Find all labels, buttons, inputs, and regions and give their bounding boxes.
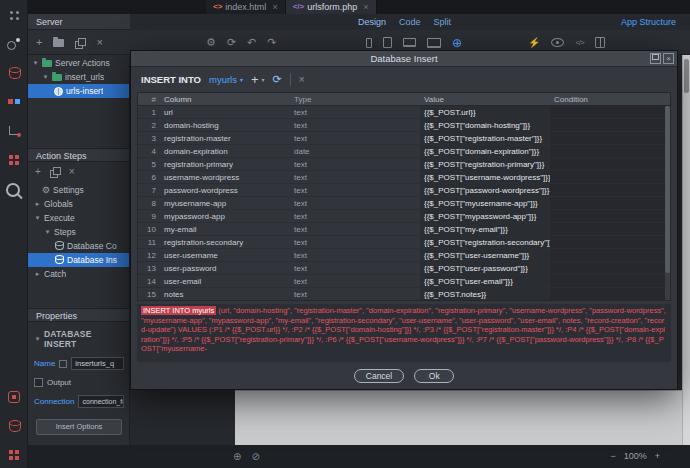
dock-database-manager-icon[interactable] bbox=[7, 419, 21, 433]
add-icon[interactable] bbox=[36, 37, 42, 48]
scrollbar-thumb[interactable] bbox=[684, 59, 689, 93]
add-element-icon[interactable] bbox=[233, 451, 241, 462]
refresh-columns-icon[interactable] bbox=[273, 73, 282, 86]
view-mode-code[interactable]: Code bbox=[399, 17, 421, 27]
tree-item-urls-insert[interactable]: urls-insert bbox=[28, 84, 129, 98]
responsive-crosshair-icon[interactable] bbox=[452, 36, 462, 50]
connection-select[interactable]: connection_for_urls bbox=[78, 395, 124, 408]
docs-book-icon[interactable] bbox=[595, 37, 605, 48]
binding-icon[interactable] bbox=[59, 360, 67, 368]
view-mode-design[interactable]: Design bbox=[358, 17, 386, 27]
copy-icon[interactable] bbox=[75, 38, 85, 48]
table-row[interactable]: 9mypassword-apptext{{$_POST["mypassword-… bbox=[138, 210, 670, 223]
table-row[interactable]: 1urltext{{$_POST.url}} bbox=[138, 106, 670, 119]
table-row[interactable]: 5registration-primarytext{{$_POST["regis… bbox=[138, 158, 670, 171]
close-icon[interactable] bbox=[663, 53, 674, 64]
table-row[interactable]: 6username-wordpresstext{{$_POST["usernam… bbox=[138, 171, 670, 184]
chevron-down-icon[interactable] bbox=[34, 335, 41, 343]
chevron-down-icon[interactable] bbox=[44, 228, 51, 236]
phone-view-icon[interactable] bbox=[366, 38, 372, 48]
code-view-icon[interactable] bbox=[575, 39, 584, 46]
design-vertical-scrollbar[interactable] bbox=[682, 55, 690, 445]
dock-project-icon[interactable] bbox=[7, 390, 21, 404]
table-row[interactable]: 8myusername-apptext{{$_POST["myusername-… bbox=[138, 197, 670, 210]
table-select[interactable]: myurls bbox=[209, 74, 243, 85]
ok-button[interactable]: Ok bbox=[414, 369, 454, 383]
scrollbar-thumb[interactable] bbox=[665, 106, 670, 273]
table-cell: {{$_POST.url}} bbox=[420, 106, 550, 118]
step-label: Globals bbox=[44, 199, 73, 209]
zoom-in-button[interactable] bbox=[655, 451, 660, 461]
tab-urlsform-php[interactable]: urlsform.php bbox=[286, 0, 377, 14]
delete-icon[interactable] bbox=[96, 37, 102, 48]
maximize-icon[interactable] bbox=[650, 53, 661, 64]
step-steps[interactable]: Steps bbox=[28, 225, 129, 239]
copy-step-icon[interactable] bbox=[50, 167, 60, 177]
table-cell: 1 bbox=[138, 106, 160, 118]
table-cell: mypassword-app bbox=[160, 210, 290, 222]
dock-modules-icon[interactable] bbox=[7, 153, 21, 167]
table-cell: my-email bbox=[160, 223, 290, 235]
dock-workflows-icon[interactable] bbox=[7, 37, 21, 51]
dock-extensions-icon[interactable] bbox=[7, 95, 21, 109]
table-row[interactable]: 11registration-secondarytext{{$_POST["re… bbox=[138, 236, 670, 249]
step-catch[interactable]: Catch bbox=[28, 267, 129, 281]
tab-index-html[interactable]: index.html bbox=[206, 0, 286, 14]
step-database-insert[interactable]: Database Ins bbox=[28, 253, 129, 267]
tab-bar: index.html urlsform.php bbox=[28, 0, 690, 14]
refresh-icon[interactable] bbox=[227, 37, 236, 48]
chevron-down-icon[interactable] bbox=[32, 59, 39, 67]
table-row[interactable]: 13user-passwordtext{{$_POST["user-passwo… bbox=[138, 262, 670, 275]
chevron-down-icon[interactable] bbox=[34, 214, 41, 222]
step-globals[interactable]: Globals bbox=[28, 197, 129, 211]
chevron-down-icon[interactable] bbox=[42, 73, 49, 81]
remove-column-icon[interactable] bbox=[299, 74, 305, 85]
table-row[interactable]: 3registration-mastertext{{$_POST["regist… bbox=[138, 132, 670, 145]
new-folder-icon[interactable] bbox=[53, 39, 64, 47]
insert-options-button[interactable]: Insert Options bbox=[36, 419, 122, 435]
dock-apps-icon[interactable] bbox=[7, 8, 21, 22]
close-icon[interactable] bbox=[272, 3, 277, 12]
laptop-view-icon[interactable] bbox=[403, 38, 416, 47]
view-mode-split[interactable]: Split bbox=[434, 17, 452, 27]
step-settings[interactable]: Settings bbox=[28, 183, 129, 197]
preview-eye-icon[interactable] bbox=[551, 38, 564, 47]
add-column-caret-icon[interactable] bbox=[262, 76, 265, 83]
desktop-view-icon[interactable] bbox=[427, 38, 441, 48]
dock-grid-icon[interactable] bbox=[7, 448, 21, 462]
chevron-right-icon[interactable] bbox=[34, 270, 41, 278]
connection-row: Connection connection_for_urls bbox=[34, 395, 124, 408]
dynamic-data-bolt-icon[interactable] bbox=[528, 37, 540, 48]
add-step-icon[interactable] bbox=[35, 166, 41, 177]
table-row[interactable]: 15notestext{{$_POST.notes}} bbox=[138, 288, 670, 301]
close-icon[interactable] bbox=[363, 3, 368, 12]
add-column-button[interactable] bbox=[251, 72, 259, 87]
dock-search-icon[interactable] bbox=[5, 182, 23, 200]
tree-item-insert-urls[interactable]: insert_urls bbox=[28, 70, 129, 84]
step-database-connect[interactable]: Database Co bbox=[28, 239, 129, 253]
delete-step-icon[interactable] bbox=[69, 166, 75, 177]
table-row[interactable]: 7password-wordpresstext{{$_POST["passwor… bbox=[138, 184, 670, 197]
output-checkbox[interactable] bbox=[34, 378, 43, 387]
undo-icon[interactable] bbox=[247, 37, 256, 48]
design-view-surface[interactable] bbox=[235, 390, 682, 445]
table-scrollbar[interactable] bbox=[665, 106, 670, 300]
redo-icon[interactable] bbox=[267, 37, 276, 48]
table-row[interactable]: 10my-emailtext{{$_POST["my-email"]}} bbox=[138, 223, 670, 236]
tree-item-server-actions[interactable]: Server Actions bbox=[28, 56, 129, 70]
disable-icon[interactable] bbox=[251, 451, 259, 462]
dock-structure-icon[interactable] bbox=[7, 124, 21, 138]
zoom-out-button[interactable] bbox=[610, 451, 615, 461]
tablet-view-icon[interactable] bbox=[383, 37, 392, 48]
name-input[interactable]: inserturls_q bbox=[71, 357, 124, 370]
chevron-right-icon[interactable] bbox=[34, 200, 41, 208]
table-row[interactable]: 4domain-expirationdate{{$_POST["domain-e… bbox=[138, 145, 670, 158]
table-row[interactable]: 12user-usernametext{{$_POST["user-userna… bbox=[138, 249, 670, 262]
app-structure-panel-title[interactable]: App Structure bbox=[621, 14, 676, 30]
step-execute[interactable]: Execute bbox=[28, 211, 129, 225]
table-row[interactable]: 14user-emailtext{{$_POST["user-email"]}} bbox=[138, 275, 670, 288]
gear-icon[interactable] bbox=[206, 37, 216, 48]
cancel-button[interactable]: Cancel bbox=[354, 369, 404, 383]
table-row[interactable]: 2domain-hostingtext{{$_POST["domain-host… bbox=[138, 119, 670, 132]
dock-database-icon[interactable] bbox=[7, 66, 21, 80]
